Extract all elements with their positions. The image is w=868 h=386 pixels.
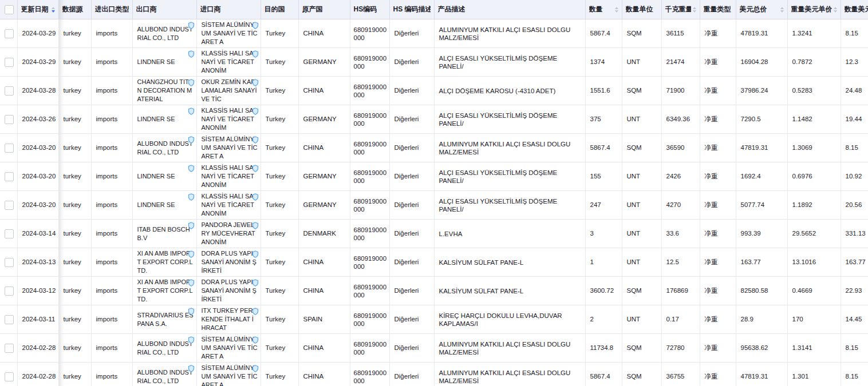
cell-hs_code_desc: Diğerleri <box>389 277 434 305</box>
table-row: 2024-03-20turkeyimportsLINDNER SEKLASSİS… <box>0 162 868 191</box>
row-checkbox[interactable] <box>5 58 14 67</box>
column-header-weight_usd_price[interactable]: 重量美元单价 <box>787 0 841 19</box>
company-badge-icon[interactable] <box>188 336 195 344</box>
caret-up-icon[interactable] <box>615 7 618 9</box>
row-checkbox[interactable] <box>5 86 14 95</box>
cell-exporter: LINDNER SE <box>132 162 196 191</box>
company-badge-icon[interactable] <box>252 193 259 201</box>
column-header-usd_total[interactable]: 美元总价 <box>736 0 787 19</box>
header-content: 出口商 <box>136 5 193 14</box>
cell-hs_code_desc: Diğerleri <box>389 305 434 334</box>
company-badge-icon[interactable] <box>252 279 259 286</box>
cell-quantity_usd_price: 8.15 <box>841 19 868 48</box>
column-header-kg_weight[interactable]: 千克重量 <box>661 0 700 19</box>
caret-down-icon[interactable] <box>52 10 55 13</box>
row-checkbox[interactable] <box>5 201 14 210</box>
cell-kg_weight: 4270 <box>661 191 700 220</box>
sort-icon[interactable] <box>52 7 55 13</box>
caret-up-icon[interactable] <box>52 7 55 9</box>
company-badge-icon[interactable] <box>252 222 259 229</box>
sort-icon[interactable] <box>693 7 696 13</box>
company-badge-icon[interactable] <box>252 250 259 258</box>
cell-exporter: LINDNER SE <box>132 48 196 77</box>
caret-down-icon[interactable] <box>780 10 784 13</box>
caret-down-icon[interactable] <box>615 10 618 13</box>
cell-kg_weight: 6349.36 <box>661 105 700 134</box>
importer-value: DORA PLUS YAPI SANAYİ ANONİM ŞİRKETİ <box>202 278 257 303</box>
quantity-value: 3 <box>590 230 594 237</box>
cell-origin_country: CHINA <box>298 77 350 105</box>
company-badge-icon[interactable] <box>188 136 195 144</box>
column-header-update_date[interactable]: 更新日期 <box>17 0 58 19</box>
row-checkbox[interactable] <box>5 29 14 38</box>
row-checkbox[interactable] <box>5 344 14 353</box>
destination_country-value: Turkey <box>266 230 286 237</box>
sort-icon[interactable] <box>780 7 784 13</box>
cell-destination_country: Turkey <box>261 363 298 386</box>
company-badge-icon[interactable] <box>252 22 259 29</box>
company-badge-icon[interactable] <box>188 308 195 315</box>
cell-trade_type: imports <box>91 48 132 77</box>
cell-quantity_unit: SQM <box>622 334 661 363</box>
quantity_usd_price-value: 163.77 <box>846 258 866 265</box>
company-badge-icon[interactable] <box>188 222 195 229</box>
company-badge-icon[interactable] <box>188 250 195 258</box>
cell-update_date: 2024-03-11 <box>17 305 58 334</box>
cell-data_source: turkey <box>58 105 91 134</box>
row-checkbox[interactable] <box>5 258 14 267</box>
caret-up-icon[interactable] <box>693 7 696 9</box>
row-checkbox[interactable] <box>5 144 14 153</box>
company-badge-icon[interactable] <box>252 50 259 58</box>
row-checkbox[interactable] <box>5 229 14 238</box>
caret-up-icon[interactable] <box>834 7 837 9</box>
caret-down-icon[interactable] <box>693 10 696 13</box>
company-badge-icon[interactable] <box>252 336 259 344</box>
cell-hs_code_desc: Diğerleri <box>389 134 434 162</box>
company-badge-icon[interactable] <box>188 50 195 58</box>
company-badge-icon[interactable] <box>252 136 259 144</box>
weight_usd_price-value: 170 <box>792 316 803 323</box>
company-badge-icon[interactable] <box>188 365 195 372</box>
select-all-checkbox[interactable] <box>5 5 14 14</box>
data_source-value: turkey <box>64 144 81 151</box>
quantity_usd_price-value: 8.15 <box>846 373 858 380</box>
importer-value: KLASSİS HALI SANAYİ VE TİCARET ANONİM <box>202 164 254 188</box>
kg_weight-value: 12.5 <box>666 258 679 265</box>
company-badge-icon[interactable] <box>188 193 195 201</box>
column-label: 重量美元单价 <box>791 5 832 14</box>
company-badge-icon[interactable] <box>188 22 195 29</box>
company-badge-icon[interactable] <box>188 79 195 86</box>
company-badge-icon[interactable] <box>188 108 195 115</box>
cell-quantity_usd_price: 14.45 <box>841 305 868 334</box>
cell-exporter: LINDNER SE <box>132 191 196 220</box>
update_date-value: 2024-03-29 <box>22 30 56 37</box>
usd_total-value: 47819.31 <box>741 144 768 151</box>
sort-icon[interactable] <box>834 7 837 13</box>
row-checkbox[interactable] <box>5 372 14 381</box>
trade_type-value: imports <box>96 144 118 151</box>
company-badge-icon[interactable] <box>252 165 259 172</box>
caret-down-icon[interactable] <box>834 10 837 13</box>
company-badge-icon[interactable] <box>252 308 259 315</box>
company-badge-icon[interactable] <box>252 79 259 86</box>
hs_code_desc-value: Diğerleri <box>394 30 419 37</box>
weight_usd_price-value: 0.6976 <box>792 173 812 180</box>
row-checkbox[interactable] <box>5 315 14 324</box>
company-badge-icon[interactable] <box>252 108 259 115</box>
cell-product_desc: ALÇI ESASLI YÜKSELTİLMİŞ DÖŞEME PANELİ/ <box>434 48 585 77</box>
header-content: 原产国 <box>302 5 346 14</box>
company-badge-icon[interactable] <box>252 365 259 372</box>
caret-up-icon[interactable] <box>780 7 784 9</box>
cell-quantity_unit: UNT <box>622 220 661 248</box>
sort-icon[interactable] <box>615 7 618 13</box>
row-checkbox[interactable] <box>5 286 14 296</box>
company-badge-icon[interactable] <box>188 279 195 286</box>
cell-origin_country: SPAIN <box>298 305 350 334</box>
hs_code-value: 680919000000 <box>354 255 387 270</box>
row-checkbox[interactable] <box>5 115 14 124</box>
hs_code_desc-value: Diğerleri <box>394 116 419 122</box>
cell-usd_total: 993.39 <box>736 220 787 248</box>
company-badge-icon[interactable] <box>188 165 195 172</box>
column-header-quantity[interactable]: 数量 <box>585 0 622 19</box>
row-checkbox[interactable] <box>5 172 14 181</box>
